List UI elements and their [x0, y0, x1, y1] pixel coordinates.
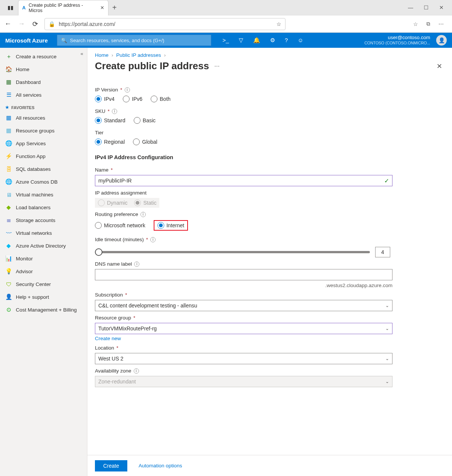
service-icon: 👤	[5, 294, 12, 300]
maximize-icon[interactable]: ☐	[424, 5, 429, 11]
breadcrumb-parent[interactable]: Public IP addresses	[116, 52, 161, 58]
help-icon[interactable]: ?	[285, 37, 288, 44]
collapse-sidebar-icon[interactable]: «	[81, 51, 83, 56]
lock-icon: 🔒	[49, 21, 55, 27]
back-icon[interactable]: ←	[4, 20, 12, 28]
idle-timeout-value[interactable]: 4	[375, 247, 390, 257]
azure-logo[interactable]: Microsoft Azure	[5, 37, 48, 44]
info-icon[interactable]: i	[140, 212, 146, 217]
radio-tier-global[interactable]: Global	[133, 138, 157, 145]
service-icon: ⊙	[5, 306, 12, 313]
breadcrumb-home[interactable]: Home	[95, 52, 108, 58]
directories-icon[interactable]: ▽	[239, 37, 243, 44]
info-icon[interactable]: i	[125, 87, 130, 93]
favorites-icon[interactable]: ☆	[413, 21, 418, 27]
feedback-icon[interactable]: ☺	[298, 37, 303, 44]
sidebar-item-help-support[interactable]: 👤Help + support	[0, 290, 87, 303]
label-subscription: Subscription*	[95, 288, 444, 300]
avatar[interactable]: 👤	[436, 35, 447, 46]
close-blade-icon[interactable]: ✕	[437, 62, 444, 70]
user-account[interactable]: user@contoso.com CONTOSO (CONTOSO.ONMICR…	[364, 35, 432, 46]
info-icon[interactable]: i	[134, 262, 139, 267]
label-ip-version: IP Version*i	[95, 83, 444, 95]
sidebar-item-label: Storage accounts	[16, 217, 55, 223]
sidebar-create-resource[interactable]: ＋Create a resource	[0, 50, 87, 63]
label-assignment: IP address assignment	[95, 186, 444, 198]
sidebar-item-cost-management-billing[interactable]: ⊙Cost Management + Billing	[0, 303, 87, 316]
sidebar-dashboard[interactable]: ▦Dashboard	[0, 76, 87, 88]
collections-icon[interactable]: ⧉	[426, 21, 430, 27]
label-routing: Routing preferencei	[95, 208, 444, 219]
radio-sku-standard[interactable]: Standard	[95, 117, 125, 124]
sidebar-item-advisor[interactable]: 💡Advisor	[0, 265, 87, 278]
sidebar-item-virtual-machines[interactable]: 🖥Virtual machines	[0, 188, 87, 201]
forward-icon[interactable]: →	[17, 20, 26, 28]
radio-tier-regional[interactable]: Regional	[95, 138, 125, 145]
sidebar-item-azure-active-directory[interactable]: ◆Azure Active Directory	[0, 239, 87, 252]
refresh-icon[interactable]: ⟳	[31, 20, 39, 28]
service-icon: 🌐	[5, 178, 12, 185]
radio-sku-basic[interactable]: Basic	[134, 117, 156, 124]
sidebar-item-load-balancers[interactable]: ◆Load balancers	[0, 201, 87, 214]
sidebar-item-resource-groups[interactable]: ▦Resource groups	[0, 124, 87, 137]
star-icon[interactable]: ☆	[276, 21, 281, 27]
radio-ipv4[interactable]: IPv4	[95, 96, 115, 102]
sidebar-item-sql-databases[interactable]: 🗄SQL databases	[0, 163, 87, 175]
radio-both[interactable]: Both	[151, 96, 171, 102]
tabs-button[interactable]: ▮▮	[3, 5, 18, 11]
new-tab-button[interactable]: +	[112, 3, 117, 12]
notifications-icon[interactable]: 🔔	[253, 37, 260, 44]
radio-routing-microsoft[interactable]: Microsoft network	[95, 222, 145, 229]
sidebar-home[interactable]: 🏠Home	[0, 63, 87, 76]
label-idle-timeout: Idle timeout (minutes)*i	[95, 233, 444, 245]
address-bar[interactable]: 🔒 https://portal.azure.com/ ☆	[44, 18, 286, 30]
sidebar-item-app-services[interactable]: 🌐App Services	[0, 137, 87, 150]
settings-icon[interactable]: ⚙	[270, 37, 275, 44]
input-name[interactable]: myPublicIP-IR ✓	[95, 175, 392, 186]
radio-routing-internet[interactable]: Internet	[157, 222, 184, 229]
more-commands-icon[interactable]: ⋯	[214, 63, 220, 69]
highlight-internet-option: Internet	[154, 220, 188, 231]
sidebar-item-azure-cosmos-db[interactable]: 🌐Azure Cosmos DB	[0, 175, 87, 188]
service-icon: ≣	[5, 217, 12, 224]
sidebar-item-function-app[interactable]: ⚡Function App	[0, 150, 87, 163]
select-resource-group[interactable]: TutorVMMixRoutePref-rg⌄	[95, 323, 392, 334]
info-icon[interactable]: i	[150, 237, 156, 242]
sidebar-item-storage-accounts[interactable]: ≣Storage accounts	[0, 214, 87, 227]
more-icon[interactable]: ⋯	[438, 21, 444, 27]
chevron-down-icon: ⌄	[385, 303, 389, 308]
search-icon: 🔍	[61, 38, 67, 43]
chevron-right-icon: ›	[111, 52, 113, 58]
service-icon: 🌐	[5, 140, 12, 147]
select-location[interactable]: West US 2⌄	[95, 353, 392, 364]
input-dns-label[interactable]	[95, 269, 392, 280]
cloud-shell-icon[interactable]: >_	[223, 37, 229, 44]
sidebar-item-all-resources[interactable]: ▦All resources	[0, 111, 87, 124]
sidebar-item-label: Azure Active Directory	[16, 243, 66, 249]
link-create-new-rg[interactable]: Create new	[95, 334, 121, 341]
sidebar-item-virtual-networks[interactable]: 〰Virtual networks	[0, 227, 87, 239]
info-icon[interactable]: i	[112, 109, 117, 114]
info-icon[interactable]: i	[134, 368, 139, 374]
browser-chrome: ▮▮ A Create public IP address - Micros ✕…	[0, 0, 452, 33]
sidebar: « ＋Create a resource 🏠Home ▦Dashboard ☰A…	[0, 48, 87, 476]
sidebar-all-services[interactable]: ☰All services	[0, 88, 87, 101]
sidebar-item-monitor[interactable]: 📊Monitor	[0, 252, 87, 265]
select-subscription[interactable]: C&L content development testing - allens…	[95, 300, 392, 311]
blade-footer: Create Automation options	[87, 455, 452, 476]
sidebar-item-security-center[interactable]: 🛡Security Center	[0, 278, 87, 290]
home-icon: 🏠	[5, 66, 12, 73]
close-tab-icon[interactable]: ✕	[100, 5, 104, 11]
idle-timeout-slider[interactable]	[95, 251, 370, 253]
browser-tab[interactable]: A Create public IP address - Micros ✕	[18, 0, 108, 15]
global-search[interactable]: 🔍 Search resources, services, and docs (…	[57, 35, 211, 46]
label-tier: Tier	[95, 126, 444, 138]
label-resource-group: Resource group*	[95, 311, 444, 323]
create-button[interactable]: Create	[95, 460, 127, 471]
sidebar-item-label: Monitor	[16, 256, 33, 262]
link-automation-options[interactable]: Automation options	[139, 463, 182, 468]
radio-ipv6[interactable]: IPv6	[123, 96, 142, 102]
minimize-icon[interactable]: —	[408, 5, 413, 11]
close-window-icon[interactable]: ✕	[439, 5, 444, 11]
slider-thumb[interactable]	[95, 248, 102, 256]
